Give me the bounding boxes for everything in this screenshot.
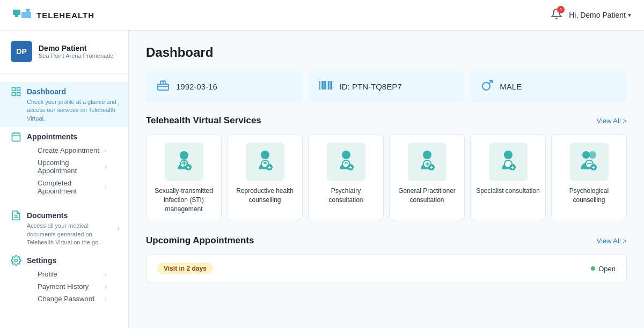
birthday-icon [157,80,170,93]
service-sti-label: Sexually-transmitted infection (STI) man… [152,187,216,213]
settings-sub-items: Profile › Payment History › Change Passw… [11,266,118,309]
services-grid: + Sexually-transmitted infection (STI) m… [146,135,627,220]
svg-point-54 [582,151,590,159]
dob-value: 1992-03-16 [176,82,217,91]
svg-rect-29 [333,81,333,90]
service-card-sti[interactable]: + Sexually-transmitted infection (STI) m… [146,135,222,220]
chevron-right-icon: › [105,147,107,154]
id-card: ID: PTN-TQ8EP7 [309,71,465,102]
svg-rect-1 [15,15,18,17]
services-view-all[interactable]: View All > [597,117,627,125]
documents-icon [11,210,21,221]
chevron-right-icon: › [118,225,120,232]
service-psychological-label: Psychological counselling [557,187,621,205]
services-title: Telehealth Virtual Services [146,115,261,126]
sidebar-item-settings[interactable]: Settings Profile › Payment History › Cha… [0,251,128,314]
page-title: Dashboard [146,45,627,60]
app-body: DP Demo Patient Sea Point Arena Promenad… [0,30,644,328]
appointments-sub-items: Create Appointment › Upcoming Appointmen… [11,142,118,202]
svg-rect-20 [319,81,320,90]
sidebar-item-appointments[interactable]: Appointments Create Appointment › Upcomi… [0,127,128,206]
appointments-view-all[interactable]: View All > [597,237,627,245]
sidebar-item-documents[interactable]: Documents › Access all your medical docu… [0,206,128,251]
svg-rect-5 [17,88,20,91]
svg-rect-7 [12,93,16,96]
svg-text:+: + [349,165,352,170]
sidebar-upcoming-appointment[interactable]: Upcoming Appointment › [38,156,118,177]
logo: TELEHEALTH [13,8,94,23]
sidebar-settings-label: Settings [27,256,56,265]
sidebar-item-dashboard[interactable]: Dashboard › Check your profile at a glan… [0,82,128,127]
gp-icon-bg: + [408,143,447,181]
service-card-specialist[interactable]: + Specialist consultation [470,135,546,220]
main-content: Dashboard 1992-03-16 [129,30,644,328]
svg-point-40 [342,151,350,159]
sidebar-change-password[interactable]: Change Password › [38,293,118,305]
sidebar-create-appointment[interactable]: Create Appointment › [38,144,118,156]
svg-rect-0 [13,10,20,15]
visit-badge: Visit in 2 days [157,263,213,274]
svg-rect-6 [17,93,20,96]
notification-badge: 1 [557,6,565,13]
sti-icon-bg: + [165,143,203,181]
svg-point-36 [261,151,269,159]
svg-rect-8 [12,133,20,141]
open-status-label: Open [598,265,616,273]
chevron-right-icon: › [118,101,120,108]
appointments-section: Upcoming Appointments View All > Visit i… [146,235,627,282]
svg-text:+: + [592,165,595,170]
dob-card: 1992-03-16 [146,71,302,102]
svg-rect-2 [21,12,31,18]
service-card-reproductive[interactable]: + Reproductive health counselling [227,135,303,220]
svg-rect-21 [321,81,321,90]
chevron-right-icon: › [105,163,107,170]
svg-point-30 [482,83,490,90]
svg-point-14 [15,259,18,262]
svg-point-55 [589,151,596,159]
open-dot-icon [591,266,595,271]
avatar: DP [11,41,32,62]
svg-rect-27 [330,81,331,90]
sidebar-dashboard-label: Dashboard [27,87,66,96]
gender-value: MALE [500,82,522,91]
svg-rect-4 [12,88,16,91]
sidebar-profile[interactable]: Profile › [38,268,118,280]
svg-rect-28 [331,81,332,90]
male-icon [481,79,493,94]
service-card-gp[interactable]: + General Practitioner consultation [389,135,465,220]
user-info: Demo Patient Sea Point Arena Promenade [39,44,113,59]
service-card-psychological[interactable]: + Psychological counselling [551,135,627,220]
svg-rect-15 [158,84,169,90]
sidebar-documents-label: Documents [27,211,68,220]
user-section: DP Demo Patient Sea Point Arena Promenad… [0,41,128,73]
sidebar-payment-history[interactable]: Payment History › [38,280,118,293]
service-card-psychiatry[interactable]: + Psychiatry consultation [308,135,384,220]
sidebar-completed-appointment[interactable]: Completed Appointment › [38,177,118,197]
header-right: 1 Hi, Demo Patient ▾ [551,8,631,22]
logo-text: TELEHEALTH [36,11,94,20]
appointment-card[interactable]: Visit in 2 days Open [146,255,627,282]
svg-text:+: + [268,165,271,170]
barcode-icon [319,80,333,93]
chevron-down-icon: ▾ [628,11,631,19]
appointments-title: Upcoming Appointments [146,235,254,246]
svg-rect-24 [325,81,326,90]
svg-rect-23 [324,81,325,90]
chevron-right-icon: › [105,184,107,190]
notification-bell[interactable]: 1 [551,8,562,22]
id-value: ID: PTN-TQ8EP7 [340,82,402,91]
chevron-right-icon: › [105,284,107,290]
app-header: TELEHEALTH 1 Hi, Demo Patient ▾ [0,0,644,30]
svg-rect-25 [327,81,327,90]
specialist-icon-bg: + [489,143,528,181]
svg-point-44 [423,151,431,159]
svg-text:+: + [511,165,514,170]
service-reproductive-label: Reproductive health counselling [233,187,297,205]
sidebar-appointments-label: Appointments [27,132,77,141]
nav-section: Dashboard › Check your profile at a glan… [0,73,128,322]
appointments-icon [11,131,21,142]
reproductive-icon-bg: + [246,143,284,181]
sidebar-dashboard-desc: Check your profile at a glance and acces… [11,98,118,123]
user-greeting[interactable]: Hi, Demo Patient ▾ [569,11,631,19]
info-cards: 1992-03-16 [146,71,627,102]
